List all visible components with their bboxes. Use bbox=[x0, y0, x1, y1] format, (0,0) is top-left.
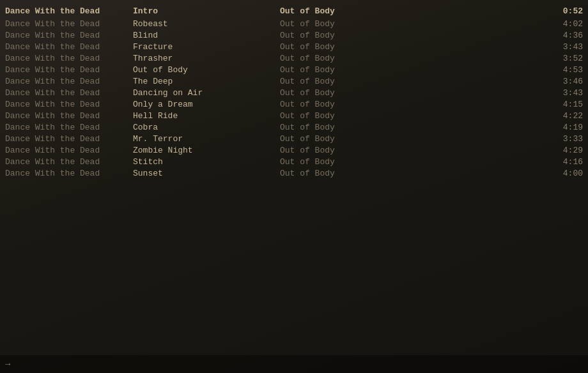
track-title: Cobra bbox=[133, 123, 280, 132]
table-row[interactable]: Dance With the DeadStitchOut of Body4:16 bbox=[0, 156, 588, 167]
track-artist: Dance With the Dead bbox=[5, 123, 133, 132]
track-album: Out of Body bbox=[280, 134, 545, 144]
track-album: Out of Body bbox=[280, 19, 545, 29]
track-duration: 3:52 bbox=[545, 54, 583, 63]
track-title: Dancing on Air bbox=[133, 88, 280, 98]
table-row[interactable]: Dance With the DeadCobraOut of Body4:19 bbox=[0, 121, 588, 133]
header-album: Out of Body bbox=[280, 6, 545, 16]
track-album: Out of Body bbox=[280, 146, 545, 155]
track-title: Thrasher bbox=[133, 54, 280, 63]
table-row[interactable]: Dance With the DeadBlindOut of Body4:36 bbox=[0, 29, 588, 41]
table-row[interactable]: Dance With the DeadFractureOut of Body3:… bbox=[0, 41, 588, 52]
track-duration: 4:29 bbox=[545, 146, 583, 155]
track-title: Zombie Night bbox=[133, 146, 280, 155]
track-title: Robeast bbox=[133, 19, 280, 29]
track-artist: Dance With the Dead bbox=[5, 42, 133, 52]
track-title: Fracture bbox=[133, 42, 280, 52]
header-artist: Dance With the Dead bbox=[5, 6, 133, 16]
track-title: The Deep bbox=[133, 77, 280, 86]
table-row[interactable]: Dance With the DeadZombie NightOut of Bo… bbox=[0, 144, 588, 156]
track-title: Stitch bbox=[133, 157, 280, 167]
track-album: Out of Body bbox=[280, 100, 545, 109]
header-title: Intro bbox=[133, 6, 280, 16]
track-album: Out of Body bbox=[280, 88, 545, 98]
track-duration: 3:33 bbox=[545, 134, 583, 144]
table-row[interactable]: Dance With the DeadThrasherOut of Body3:… bbox=[0, 52, 588, 64]
table-row[interactable]: Dance With the DeadMr. TerrorOut of Body… bbox=[0, 133, 588, 144]
track-artist: Dance With the Dead bbox=[5, 111, 133, 121]
track-duration: 4:00 bbox=[545, 169, 583, 178]
track-title: Sunset bbox=[133, 169, 280, 178]
arrow-icon: → bbox=[5, 359, 10, 369]
track-artist: Dance With the Dead bbox=[5, 146, 133, 155]
track-title: Hell Ride bbox=[133, 111, 280, 121]
track-title: Only a Dream bbox=[133, 100, 280, 109]
table-row[interactable]: Dance With the DeadOut of BodyOut of Bod… bbox=[0, 64, 588, 75]
track-duration: 4:02 bbox=[545, 19, 583, 29]
track-artist: Dance With the Dead bbox=[5, 31, 133, 40]
track-album: Out of Body bbox=[280, 77, 545, 86]
track-duration: 3:46 bbox=[545, 77, 583, 86]
header-duration: 0:52 bbox=[545, 6, 583, 16]
track-title: Out of Body bbox=[133, 65, 280, 75]
track-duration: 4:19 bbox=[545, 123, 583, 132]
track-album: Out of Body bbox=[280, 54, 545, 63]
track-duration: 4:53 bbox=[545, 65, 583, 75]
table-row[interactable]: Dance With the DeadOnly a DreamOut of Bo… bbox=[0, 98, 588, 110]
track-duration: 3:43 bbox=[545, 88, 583, 98]
track-artist: Dance With the Dead bbox=[5, 169, 133, 178]
table-row[interactable]: Dance With the DeadRobeastOut of Body4:0… bbox=[0, 18, 588, 29]
track-artist: Dance With the Dead bbox=[5, 100, 133, 109]
table-row[interactable]: Dance With the DeadSunsetOut of Body4:00 bbox=[0, 167, 588, 179]
track-duration: 4:16 bbox=[545, 157, 583, 167]
track-artist: Dance With the Dead bbox=[5, 88, 133, 98]
bottom-bar: → bbox=[0, 355, 588, 373]
track-artist: Dance With the Dead bbox=[5, 77, 133, 86]
track-artist: Dance With the Dead bbox=[5, 54, 133, 63]
track-album: Out of Body bbox=[280, 157, 545, 167]
track-album: Out of Body bbox=[280, 123, 545, 132]
track-title: Blind bbox=[133, 31, 280, 40]
track-title: Mr. Terror bbox=[133, 134, 280, 144]
track-album: Out of Body bbox=[280, 65, 545, 75]
track-album: Out of Body bbox=[280, 31, 545, 40]
track-list: Dance With the Dead Intro Out of Body 0:… bbox=[0, 0, 588, 184]
track-artist: Dance With the Dead bbox=[5, 19, 133, 29]
track-album: Out of Body bbox=[280, 169, 545, 178]
track-artist: Dance With the Dead bbox=[5, 65, 133, 75]
table-row[interactable]: Dance With the DeadDancing on AirOut of … bbox=[0, 87, 588, 98]
track-list-header: Dance With the Dead Intro Out of Body 0:… bbox=[0, 5, 588, 17]
track-duration: 4:22 bbox=[545, 111, 583, 121]
table-row[interactable]: Dance With the DeadHell RideOut of Body4… bbox=[0, 110, 588, 121]
table-row[interactable]: Dance With the DeadThe DeepOut of Body3:… bbox=[0, 75, 588, 87]
track-artist: Dance With the Dead bbox=[5, 157, 133, 167]
track-album: Out of Body bbox=[280, 111, 545, 121]
track-album: Out of Body bbox=[280, 42, 545, 52]
track-artist: Dance With the Dead bbox=[5, 134, 133, 144]
track-duration: 4:36 bbox=[545, 31, 583, 40]
track-duration: 3:43 bbox=[545, 42, 583, 52]
track-duration: 4:15 bbox=[545, 100, 583, 109]
